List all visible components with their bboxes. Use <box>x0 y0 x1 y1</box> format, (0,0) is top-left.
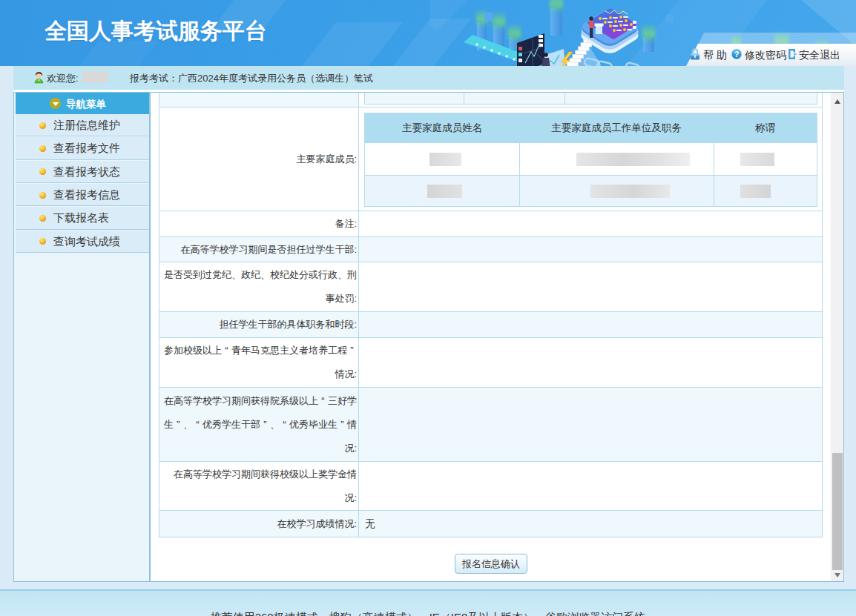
svg-text:?: ? <box>734 50 740 59</box>
